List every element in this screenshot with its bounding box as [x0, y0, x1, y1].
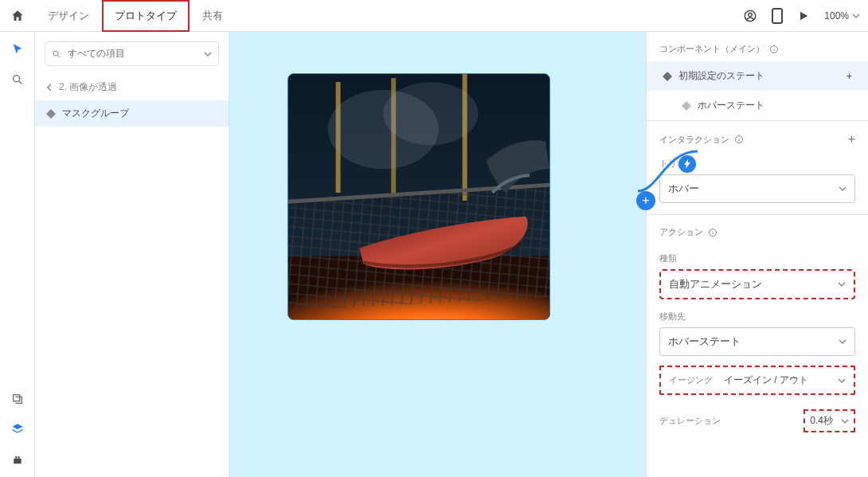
plugins-icon[interactable] — [11, 453, 24, 466]
chevron-left-icon — [46, 84, 53, 92]
trigger-select[interactable]: ホバー — [659, 174, 855, 203]
easing-label: イージング — [669, 374, 713, 386]
info-icon[interactable] — [708, 228, 717, 237]
destination-select[interactable]: ホバーステート — [659, 327, 855, 356]
interaction-node[interactable] — [678, 155, 696, 173]
svg-point-8 — [53, 51, 58, 56]
artboard-image — [288, 74, 549, 319]
device-icon[interactable] — [772, 8, 783, 24]
chevron-down-icon — [204, 50, 212, 58]
selected-artboard[interactable] — [287, 73, 550, 320]
layer-item-mask-group[interactable]: マスクグループ — [35, 100, 229, 127]
duration-value: 0.4秒 — [810, 414, 833, 428]
svg-rect-5 — [14, 459, 21, 464]
top-toolbar: デザイン プロトタイプ 共有 100% — [0, 0, 868, 32]
left-tool-rail — [0, 32, 35, 477]
duration-input[interactable]: 0.4秒 — [803, 409, 855, 432]
add-interaction-button[interactable]: + — [848, 132, 855, 147]
add-wire-handle[interactable]: + — [636, 191, 655, 210]
component-icon — [663, 72, 672, 81]
zoom-control[interactable]: 100% — [824, 10, 860, 22]
chevron-down-icon — [839, 338, 846, 346]
duration-label: デュレーション — [659, 415, 721, 427]
search-icon[interactable] — [11, 73, 24, 86]
chevron-down-icon — [839, 185, 846, 193]
play-icon[interactable] — [797, 10, 810, 22]
tab-share[interactable]: 共有 — [190, 0, 236, 32]
select-tool-icon[interactable] — [11, 43, 24, 56]
info-icon[interactable] — [769, 45, 779, 54]
svg-rect-7 — [18, 456, 19, 459]
svg-point-1 — [749, 13, 753, 17]
main-area: すべての項目 2. 画像が透過 マスクグループ — [0, 32, 868, 477]
chevron-down-icon — [841, 417, 849, 425]
chevron-down-icon — [838, 377, 846, 385]
search-icon — [52, 49, 61, 59]
interaction-header: インタラクション + — [659, 132, 855, 147]
destination-label: 移動先 — [659, 311, 855, 323]
easing-select[interactable]: イージング イーズイン / アウト — [659, 366, 855, 395]
component-icon — [682, 101, 691, 111]
info-icon[interactable] — [734, 135, 744, 144]
toolbar-right: 100% — [743, 8, 868, 24]
svg-rect-6 — [15, 456, 17, 459]
state-label: ホバーステート — [698, 99, 764, 112]
state-label: 初期設定のステート — [678, 69, 764, 83]
properties-panel: コンポーネント（メイン） 初期設定のステート + ホバーステート インタラクショ… — [647, 32, 868, 477]
action-header: アクション — [659, 226, 855, 238]
svg-point-3 — [13, 76, 19, 82]
action-type-select[interactable]: 自動アニメーション — [659, 269, 855, 299]
tab-design[interactable]: デザイン — [35, 0, 102, 32]
zoom-value: 100% — [824, 10, 849, 22]
component-icon — [46, 109, 56, 119]
layer-search[interactable]: すべての項目 — [45, 41, 219, 66]
breadcrumb[interactable]: 2. 画像が透過 — [35, 72, 229, 100]
home-button[interactable] — [0, 0, 35, 32]
layers-icon[interactable] — [11, 423, 24, 436]
search-placeholder: すべての項目 — [68, 47, 125, 61]
svg-rect-4 — [13, 395, 19, 401]
destination-value: ホバーステート — [668, 334, 741, 349]
add-state-button[interactable]: + — [846, 71, 852, 82]
layers-sidebar: すべての項目 2. 画像が透過 マスクグループ — [35, 32, 229, 477]
easing-value: イーズイン / アウト — [724, 373, 827, 387]
tab-prototype[interactable]: プロトタイプ — [102, 0, 190, 32]
chevron-down-icon — [838, 280, 846, 288]
toolbar-left: デザイン プロトタイプ 共有 — [0, 0, 236, 32]
bolt-icon — [683, 159, 691, 169]
trigger-value: ホバー — [668, 182, 699, 196]
library-icon[interactable] — [11, 393, 24, 405]
svg-rect-2 — [772, 9, 782, 23]
breadcrumb-text: 2. 画像が透過 — [59, 80, 117, 94]
canvas[interactable]: + — [229, 32, 647, 477]
state-hover[interactable]: ホバーステート — [659, 91, 855, 120]
state-default[interactable]: 初期設定のステート + — [647, 61, 868, 91]
home-icon — [10, 9, 25, 23]
action-type-value: 自動アニメーション — [669, 277, 762, 291]
svg-point-15 — [383, 82, 478, 146]
chevron-down-icon — [852, 12, 860, 20]
type-label: 種類 — [659, 252, 855, 264]
layer-label: マスクグループ — [62, 107, 129, 120]
component-states-header: コンポーネント（メイン） — [659, 43, 855, 55]
user-icon[interactable] — [743, 9, 757, 23]
